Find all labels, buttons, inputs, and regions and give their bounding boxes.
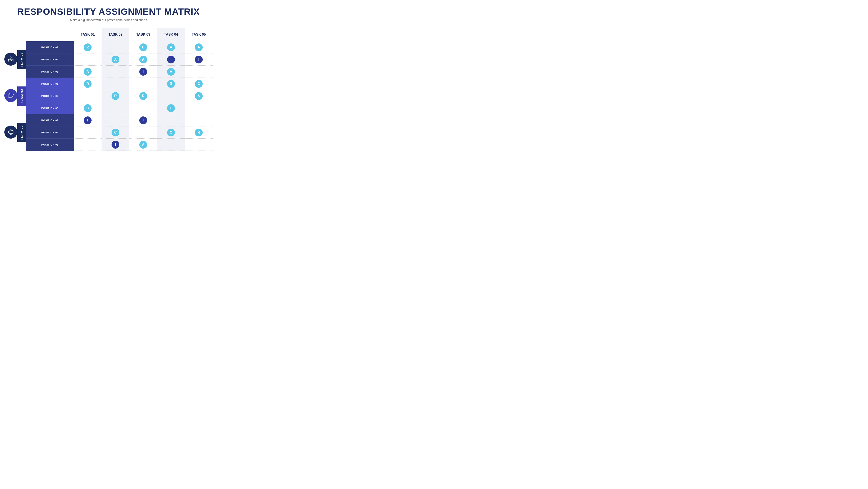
team2-icon-circle	[4, 89, 18, 102]
t02-team02-pos01	[101, 78, 129, 90]
badge-I: I	[84, 116, 92, 124]
badge-A: A	[139, 56, 147, 63]
team01-pos02: POSITION 02	[26, 53, 74, 66]
t01-team02-pos01: R	[74, 78, 101, 90]
team3-icon-circle	[4, 125, 18, 139]
badge-C: C	[84, 104, 92, 112]
team01-label: TEAM 01	[18, 50, 26, 69]
t02-team02-pos03	[101, 102, 129, 114]
badge-C: C	[112, 128, 119, 137]
t04-team02-pos02	[157, 90, 185, 102]
badge-A: A	[167, 44, 175, 51]
badge-I: I	[139, 68, 147, 76]
t05-team03-pos03	[185, 139, 213, 151]
badge-A: A	[167, 68, 175, 76]
task02-col: TASK 02 A R C I	[101, 28, 129, 151]
badge-R: R	[139, 92, 147, 100]
badge-A: A	[195, 92, 203, 100]
task-grid: TASK 01 R A R C I TASK 02 A R	[74, 28, 213, 151]
task04-col: TASK 04 A I A R C C	[157, 28, 185, 151]
t05-team02-pos02: A	[185, 90, 213, 102]
team01-pos03: POSITION 03	[26, 66, 74, 78]
t03-team02-pos03	[129, 102, 157, 114]
team03-label: TEAM 03	[18, 123, 26, 142]
team02-pos03: POSITION 03	[26, 102, 74, 114]
t01-team03-pos03	[74, 139, 101, 151]
team03-pos03: POSITION 03	[26, 139, 74, 151]
t03-team02-pos02: R	[129, 90, 157, 102]
t01-team03-pos02	[74, 126, 101, 139]
task01-col: TASK 01 R A R C I	[74, 28, 101, 151]
t04-team01-pos01: A	[157, 41, 185, 53]
team02-pos02: POSITION 02	[26, 90, 74, 102]
task04-header: TASK 04	[157, 28, 185, 41]
team03-block: TEAM 03 POSITION 01 POSITION 02 POSITION…	[18, 114, 74, 151]
svg-point-8	[12, 94, 13, 95]
globe-icon	[8, 129, 14, 135]
badge-C: C	[167, 128, 175, 137]
t03-team02-pos01	[129, 78, 157, 90]
team02-positions: POSITION 01 POSITION 02 POSITION 03	[26, 78, 74, 114]
t02-team03-pos03: I	[101, 139, 129, 151]
t02-team03-pos02: C	[101, 126, 129, 139]
badge-R: R	[84, 44, 92, 51]
task03-header: TASK 03	[129, 28, 157, 41]
badge-R: R	[195, 128, 203, 137]
t01-team02-pos03: C	[74, 102, 101, 114]
t04-team03-pos01	[157, 114, 185, 126]
t05-team01-pos02: I	[185, 53, 213, 66]
t04-team03-pos03	[157, 139, 185, 151]
badge-I: I	[112, 141, 119, 149]
team03-pos02: POSITION 02	[26, 126, 74, 139]
t02-team01-pos03	[101, 66, 129, 78]
t01-team03-pos01: I	[74, 114, 101, 126]
t02-team01-pos01	[101, 41, 129, 53]
person-desk-icon	[8, 56, 14, 62]
task02-header: TASK 02	[101, 28, 129, 41]
task01-header: TASK 01	[74, 28, 101, 41]
t03-team03-pos01: I	[129, 114, 157, 126]
t03-team03-pos03: A	[129, 139, 157, 151]
team02-pos01: POSITION 01	[26, 78, 74, 90]
badge-I: I	[195, 56, 203, 63]
badge-C: C	[167, 104, 175, 112]
team1-icon-circle	[4, 53, 18, 66]
badge-A: A	[84, 68, 92, 76]
icon-column	[4, 28, 18, 151]
badge-C: C	[195, 80, 203, 88]
badge-I: I	[167, 56, 175, 63]
page-subtitle: Make a big impact with our professional …	[70, 18, 147, 22]
team01-positions: POSITION 01 POSITION 02 POSITION 03	[26, 41, 74, 78]
t01-team02-pos02	[74, 90, 101, 102]
t03-team03-pos02	[129, 126, 157, 139]
badge-I: I	[139, 116, 147, 124]
team02-block: TEAM 02 POSITION 01 POSITION 02 POSITION…	[18, 78, 74, 114]
calendar-person-icon	[8, 92, 14, 99]
t04-team01-pos03: A	[157, 66, 185, 78]
team01-pos01: POSITION 01	[26, 41, 74, 53]
t05-team01-pos03	[185, 66, 213, 78]
t04-team02-pos03: C	[157, 102, 185, 114]
t01-team01-pos01: R	[74, 41, 101, 53]
team03-positions: POSITION 01 POSITION 02 POSITION 03	[26, 114, 74, 151]
badge-C: C	[139, 44, 147, 51]
badge-R: R	[167, 80, 175, 88]
left-panel: TEAM 01 POSITION 01 POSITION 02 POSITION…	[18, 28, 74, 151]
t05-team03-pos02: R	[185, 126, 213, 139]
badge-A: A	[139, 141, 147, 149]
t03-team01-pos02: A	[129, 53, 157, 66]
badge-A: A	[112, 56, 119, 63]
svg-point-0	[10, 57, 12, 58]
team01-block: TEAM 01 POSITION 01 POSITION 02 POSITION…	[18, 41, 74, 78]
t05-team02-pos01: C	[185, 78, 213, 90]
t05-team01-pos01: A	[185, 41, 213, 53]
svg-rect-4	[8, 94, 12, 97]
matrix-container: TEAM 01 POSITION 01 POSITION 02 POSITION…	[4, 28, 213, 151]
t01-team01-pos02	[74, 53, 101, 66]
badge-R: R	[112, 92, 119, 100]
task05-col: TASK 05 A I C A R	[185, 28, 213, 151]
t05-team02-pos03	[185, 102, 213, 114]
badge-A: A	[195, 44, 203, 51]
task03-col: TASK 03 C A I R I A	[129, 28, 157, 151]
t03-team01-pos01: C	[129, 41, 157, 53]
